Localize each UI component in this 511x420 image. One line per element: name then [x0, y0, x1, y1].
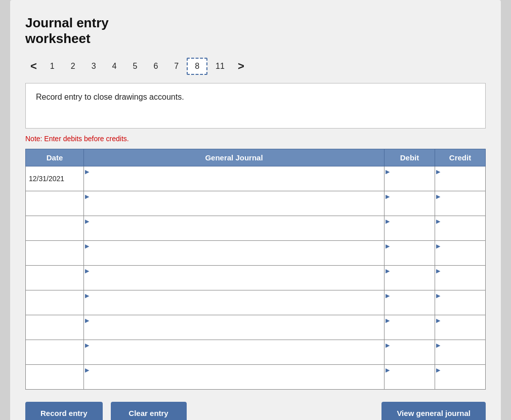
record-entry-button[interactable]: Record entry — [25, 402, 103, 420]
instruction-box: Record entry to close drawings accounts. — [25, 83, 486, 129]
main-container: Journal entryworksheet < 1 2 3 4 5 6 7 8… — [10, 0, 501, 420]
page-6[interactable]: 6 — [145, 59, 166, 74]
table-row: ▶ ▶ ▶ — [26, 290, 486, 315]
next-button[interactable]: > — [233, 58, 249, 75]
date-cell-2 — [26, 191, 84, 216]
page-3[interactable]: 3 — [83, 59, 104, 74]
journal-input-2[interactable] — [84, 200, 384, 216]
debit-cell-1[interactable]: ▶ — [385, 166, 435, 191]
debit-input-3[interactable] — [385, 225, 435, 240]
page-1[interactable]: 1 — [42, 59, 63, 74]
credit-cell-6[interactable]: ▶ — [435, 290, 486, 315]
table-row: ▶ ▶ ▶ — [26, 365, 486, 390]
journal-input-9[interactable] — [84, 374, 384, 389]
debit-cell-2[interactable]: ▶ — [385, 191, 435, 216]
debit-cell-6[interactable]: ▶ — [385, 290, 435, 315]
journal-cell-3[interactable]: ▶ — [84, 216, 385, 241]
journal-cell-6[interactable]: ▶ — [84, 290, 385, 315]
col-header-debit: Debit — [385, 149, 435, 166]
journal-cell-7[interactable]: ▶ — [84, 315, 385, 340]
credit-cell-3[interactable]: ▶ — [435, 216, 486, 241]
table-row: ▶ ▶ ▶ — [26, 241, 486, 266]
page-8[interactable]: 8 — [187, 58, 207, 75]
credit-cell-2[interactable]: ▶ — [435, 191, 486, 216]
note-text: Note: Enter debits before credits. — [25, 135, 486, 143]
journal-input-3[interactable] — [84, 225, 384, 240]
debit-input-8[interactable] — [385, 349, 435, 364]
credit-input-8[interactable] — [435, 349, 485, 364]
date-cell-8 — [26, 340, 84, 365]
page-7[interactable]: 7 — [166, 59, 187, 74]
debit-cell-5[interactable]: ▶ — [385, 266, 435, 290]
date-cell-5 — [26, 266, 84, 290]
col-header-date: Date — [26, 149, 84, 166]
buttons-row: Record entry Clear entry View general jo… — [25, 402, 486, 420]
credit-cell-8[interactable]: ▶ — [435, 340, 486, 365]
credit-cell-7[interactable]: ▶ — [435, 315, 486, 340]
table-row: ▶ ▶ ▶ — [26, 266, 486, 290]
debit-cell-3[interactable]: ▶ — [385, 216, 435, 241]
col-header-journal: General Journal — [84, 149, 385, 166]
date-cell-4 — [26, 241, 84, 266]
journal-table: Date General Journal Debit Credit 12/31/… — [25, 149, 486, 390]
table-row: ▶ ▶ ▶ — [26, 216, 486, 241]
debit-cell-9[interactable]: ▶ — [385, 365, 435, 390]
clear-entry-button[interactable]: Clear entry — [111, 402, 187, 420]
table-row: 12/31/2021 ▶ ▶ ▶ — [26, 166, 486, 191]
debit-input-5[interactable] — [385, 275, 435, 290]
credit-cell-1[interactable]: ▶ — [435, 166, 486, 191]
pagination: < 1 2 3 4 5 6 7 8 11 > — [25, 58, 486, 75]
page-4[interactable]: 4 — [104, 59, 125, 74]
debit-input-9[interactable] — [385, 374, 435, 389]
credit-input-9[interactable] — [435, 374, 485, 389]
table-row: ▶ ▶ ▶ — [26, 315, 486, 340]
page-5[interactable]: 5 — [124, 59, 145, 74]
col-header-credit: Credit — [435, 149, 486, 166]
journal-input-8[interactable] — [84, 349, 384, 364]
date-cell-7 — [26, 315, 84, 340]
prev-button[interactable]: < — [25, 58, 42, 75]
journal-cell-4[interactable]: ▶ — [84, 241, 385, 266]
debit-cell-8[interactable]: ▶ — [385, 340, 435, 365]
credit-input-4[interactable] — [435, 250, 485, 265]
credit-input-2[interactable] — [435, 200, 485, 216]
journal-input-6[interactable] — [84, 300, 384, 315]
view-general-journal-button[interactable]: View general journal — [381, 402, 486, 420]
debit-cell-4[interactable]: ▶ — [385, 241, 435, 266]
date-cell-3 — [26, 216, 84, 241]
journal-cell-1[interactable]: ▶ — [84, 166, 385, 191]
credit-input-1[interactable] — [435, 176, 485, 191]
credit-input-3[interactable] — [435, 225, 485, 240]
credit-cell-4[interactable]: ▶ — [435, 241, 486, 266]
table-row: ▶ ▶ ▶ — [26, 191, 486, 216]
debit-input-2[interactable] — [385, 200, 435, 216]
table-row: ▶ ▶ ▶ — [26, 340, 486, 365]
instruction-text: Record entry to close drawings accounts. — [36, 93, 184, 101]
date-cell-9 — [26, 365, 84, 390]
page-2[interactable]: 2 — [63, 59, 83, 74]
credit-cell-5[interactable]: ▶ — [435, 266, 486, 290]
page-11[interactable]: 11 — [207, 59, 233, 74]
journal-cell-9[interactable]: ▶ — [84, 365, 385, 390]
journal-cell-2[interactable]: ▶ — [84, 191, 385, 216]
debit-cell-7[interactable]: ▶ — [385, 315, 435, 340]
credit-input-6[interactable] — [435, 300, 485, 315]
journal-input-5[interactable] — [84, 275, 384, 290]
debit-input-1[interactable] — [385, 176, 435, 191]
debit-input-7[interactable] — [385, 324, 435, 340]
debit-input-4[interactable] — [385, 250, 435, 265]
page-title: Journal entryworksheet — [25, 15, 486, 47]
date-cell-6 — [26, 290, 84, 315]
journal-input-7[interactable] — [84, 324, 384, 340]
credit-input-7[interactable] — [435, 324, 485, 340]
credit-input-5[interactable] — [435, 275, 485, 290]
journal-cell-8[interactable]: ▶ — [84, 340, 385, 365]
journal-input-4[interactable] — [84, 250, 384, 265]
journal-cell-5[interactable]: ▶ — [84, 266, 385, 290]
date-cell-1: 12/31/2021 — [26, 166, 84, 191]
journal-input-1[interactable] — [84, 176, 384, 191]
credit-cell-9[interactable]: ▶ — [435, 365, 486, 390]
debit-input-6[interactable] — [385, 300, 435, 315]
